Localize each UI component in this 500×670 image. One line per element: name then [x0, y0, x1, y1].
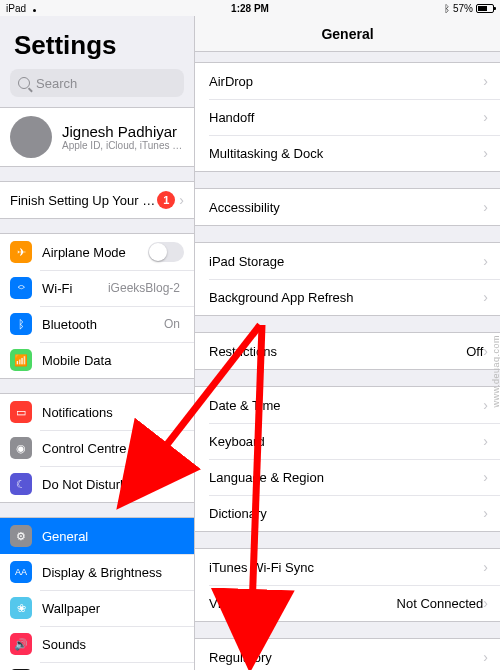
- row-airdrop[interactable]: AirDrop›: [195, 63, 500, 99]
- chevron-right-icon: ›: [483, 73, 488, 89]
- chevron-right-icon: ›: [483, 433, 488, 449]
- statusbar-carrier: iPad: [6, 3, 26, 14]
- bluetooth-status-icon: ᛒ: [444, 3, 450, 14]
- notifications-icon: ▭: [10, 401, 32, 423]
- row-multitasking[interactable]: Multitasking & Dock›: [195, 135, 500, 171]
- row-regulatory[interactable]: Regulatory›: [195, 639, 500, 670]
- statusbar-time: 1:28 PM: [169, 3, 332, 14]
- row-bg-refresh[interactable]: Background App Refresh›: [195, 279, 500, 315]
- row-itunes-wifi-sync[interactable]: iTunes Wi-Fi Sync›: [195, 549, 500, 585]
- badge-count: 1: [157, 191, 175, 209]
- search-icon: [18, 77, 30, 89]
- wallpaper-icon: ❀: [10, 597, 32, 619]
- chevron-right-icon: ›: [483, 145, 488, 161]
- sidebar-item-general[interactable]: ⚙ General: [0, 518, 194, 554]
- restrictions-value: Off: [466, 344, 483, 359]
- search-placeholder: Search: [36, 76, 77, 91]
- sidebar-item-airplane[interactable]: ✈ Airplane Mode: [0, 234, 194, 270]
- row-accessibility[interactable]: Accessibility›: [195, 189, 500, 225]
- cellular-icon: 📶: [10, 349, 32, 371]
- chevron-right-icon: ›: [179, 192, 184, 208]
- sidebar-item-sounds[interactable]: 🔊 Sounds: [0, 626, 194, 662]
- wifi-signal-icon: [30, 4, 40, 12]
- sidebar-item-wallpaper[interactable]: ❀ Wallpaper: [0, 590, 194, 626]
- wifi-value: iGeeksBlog-2: [108, 281, 180, 295]
- row-vpn[interactable]: VPNNot Connected›: [195, 585, 500, 621]
- sidebar-item-control-centre[interactable]: ◉ Control Centre: [0, 430, 194, 466]
- wifi-icon: ⌔: [10, 277, 32, 299]
- sidebar-item-display[interactable]: AA Display & Brightness: [0, 554, 194, 590]
- bluetooth-value: On: [164, 317, 180, 331]
- search-input[interactable]: Search: [10, 69, 184, 97]
- sidebar-item-dnd[interactable]: ☾ Do Not Disturb: [0, 466, 194, 502]
- airplane-toggle[interactable]: [148, 242, 184, 262]
- gear-icon: ⚙: [10, 525, 32, 547]
- chevron-right-icon: ›: [483, 109, 488, 125]
- control-centre-icon: ◉: [10, 437, 32, 459]
- sidebar-item-mobile-data[interactable]: 📶 Mobile Data: [0, 342, 194, 378]
- sidebar-item-notifications[interactable]: ▭ Notifications: [0, 394, 194, 430]
- battery-icon: [476, 4, 494, 13]
- display-icon: AA: [10, 561, 32, 583]
- profile-subtitle: Apple ID, iCloud, iTunes & App St...: [62, 140, 184, 151]
- row-ipad-storage[interactable]: iPad Storage›: [195, 243, 500, 279]
- apple-id-row[interactable]: Jignesh Padhiyar Apple ID, iCloud, iTune…: [0, 108, 194, 166]
- avatar: [10, 116, 52, 158]
- airplane-icon: ✈: [10, 241, 32, 263]
- sidebar-item-wifi[interactable]: ⌔ Wi-Fi iGeeksBlog-2: [0, 270, 194, 306]
- sidebar-item-siri[interactable]: ◯ Siri & Search: [0, 662, 194, 670]
- chevron-right-icon: ›: [483, 505, 488, 521]
- dnd-icon: ☾: [10, 473, 32, 495]
- watermark: www.deuaq.com: [491, 335, 500, 408]
- sounds-icon: 🔊: [10, 633, 32, 655]
- chevron-right-icon: ›: [483, 343, 488, 359]
- row-dictionary[interactable]: Dictionary›: [195, 495, 500, 531]
- chevron-right-icon: ›: [483, 253, 488, 269]
- finish-setup-label: Finish Setting Up Your iPad: [10, 193, 157, 208]
- vpn-value: Not Connected: [397, 596, 484, 611]
- row-handoff[interactable]: Handoff›: [195, 99, 500, 135]
- chevron-right-icon: ›: [483, 289, 488, 305]
- settings-title: Settings: [0, 16, 194, 69]
- battery-percent: 57%: [453, 3, 473, 14]
- row-date-time[interactable]: Date & Time›: [195, 387, 500, 423]
- sidebar-item-bluetooth[interactable]: ᛒ Bluetooth On: [0, 306, 194, 342]
- profile-name: Jignesh Padhiyar: [62, 123, 184, 140]
- row-language-region[interactable]: Language & Region›: [195, 459, 500, 495]
- chevron-right-icon: ›: [483, 559, 488, 575]
- chevron-right-icon: ›: [483, 397, 488, 413]
- finish-setup-row[interactable]: Finish Setting Up Your iPad 1 ›: [0, 182, 194, 218]
- chevron-right-icon: ›: [483, 595, 488, 611]
- detail-title: General: [195, 16, 500, 52]
- chevron-right-icon: ›: [483, 649, 488, 665]
- row-keyboard[interactable]: Keyboard›: [195, 423, 500, 459]
- row-restrictions[interactable]: RestrictionsOff›: [195, 333, 500, 369]
- chevron-right-icon: ›: [483, 199, 488, 215]
- bluetooth-icon: ᛒ: [10, 313, 32, 335]
- chevron-right-icon: ›: [483, 469, 488, 485]
